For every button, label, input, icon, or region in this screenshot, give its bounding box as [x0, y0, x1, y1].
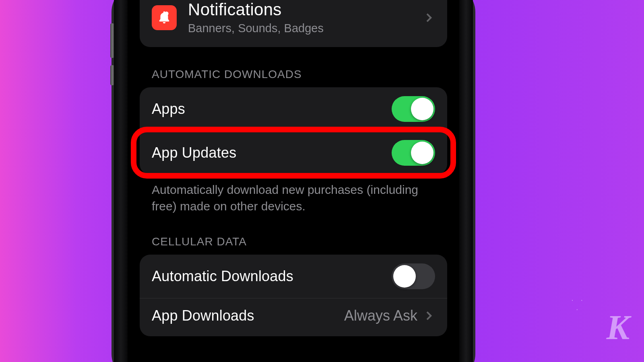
phone-bezel: [459, 0, 473, 362]
phone-screen: Notifications Banners, Sounds, Badges AU…: [128, 0, 459, 362]
cellular-automatic-downloads-row[interactable]: Automatic Downloads: [140, 255, 447, 298]
chevron-right-icon: [422, 309, 435, 322]
phone-frame: Notifications Banners, Sounds, Badges AU…: [114, 0, 473, 362]
app-updates-label: App Updates: [152, 144, 392, 161]
app-downloads-value: Always Ask: [344, 307, 417, 324]
notifications-title: Notifications: [188, 0, 422, 19]
app-updates-toggle[interactable]: [392, 140, 435, 166]
watermark-dots: ∙ ∙ ∙: [571, 295, 585, 314]
notifications-row[interactable]: Notifications Banners, Sounds, Badges: [140, 0, 447, 47]
notifications-icon: [152, 5, 177, 30]
phone-bezel: [114, 0, 128, 362]
apps-row[interactable]: Apps: [140, 87, 447, 131]
notifications-subtitle: Banners, Sounds, Badges: [188, 22, 422, 35]
watermark-logo: K: [607, 307, 628, 348]
app-downloads-label: App Downloads: [152, 307, 344, 324]
apps-toggle[interactable]: [392, 96, 435, 122]
app-downloads-row[interactable]: App Downloads Always Ask: [140, 298, 447, 336]
svg-point-0: [164, 11, 168, 15]
automatic-downloads-header: AUTOMATIC DOWNLOADS: [152, 68, 435, 81]
chevron-right-icon: [422, 11, 435, 24]
settings-group-automatic-downloads: Apps App Updates: [140, 87, 447, 175]
automatic-downloads-footer: Automatically download new purchases (in…: [152, 182, 435, 214]
settings-group-cellular-data: Automatic Downloads App Downloads Always…: [140, 255, 447, 336]
settings-group-notifications: Notifications Banners, Sounds, Badges: [140, 0, 447, 47]
cellular-automatic-downloads-toggle[interactable]: [392, 263, 435, 289]
cellular-automatic-downloads-label: Automatic Downloads: [152, 268, 392, 285]
app-updates-row[interactable]: App Updates: [140, 131, 447, 175]
bell-icon: [157, 10, 172, 25]
cellular-data-header: CELLULAR DATA: [152, 235, 435, 248]
apps-label: Apps: [152, 101, 392, 117]
